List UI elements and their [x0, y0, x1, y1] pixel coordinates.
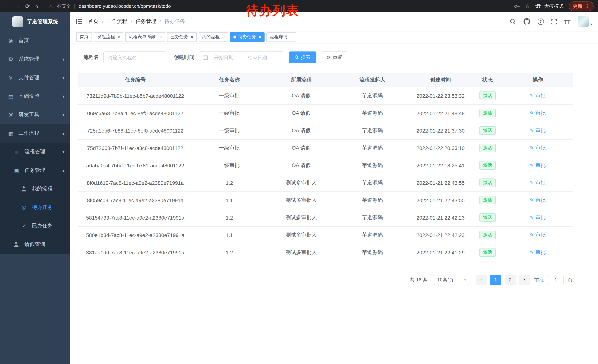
sidebar-item-task-management[interactable]: ▣ 任务管理 ▴ — [0, 161, 70, 180]
date-range-picker[interactable]: - — [199, 51, 284, 63]
edit-icon: ✎ — [530, 110, 534, 116]
user-avatar[interactable]: ▾ — [578, 16, 592, 27]
sidebar-item-system-management[interactable]: ⚙ 系统管理 ▾ — [0, 50, 70, 68]
cell-task-id: 580e1b3d-7ac8-11ec-a9e2-a2380e71991a — [78, 226, 193, 244]
cell-task-id: 73211d9d-7b9b-11ec-b5b7-acde48001122 — [78, 87, 193, 105]
table-row: 58154733-7ac8-11ec-a9e2-a2380e71991a 1.2… — [78, 209, 573, 226]
breadcrumb-task-management[interactable]: 任务管理 — [136, 18, 156, 25]
url-text[interactable]: dashboard.yudao.iocoder.cn/bpm/task/todo — [79, 3, 171, 9]
cell-process: OA 请假 — [266, 157, 336, 174]
close-icon[interactable]: × — [191, 35, 193, 39]
cell-initiator: 芋道源码 — [336, 139, 408, 157]
back-icon[interactable]: ← — [4, 3, 10, 9]
tab-process-detail[interactable]: 流程详情 × — [266, 32, 296, 42]
page-size-select[interactable]: 10条/页 ▾ — [434, 275, 469, 285]
close-icon[interactable]: × — [117, 35, 120, 39]
cell-status: 激活 — [473, 122, 502, 139]
reload-icon[interactable]: ⟳ — [25, 3, 30, 9]
breadcrumb-workflow[interactable]: 工作流程 — [107, 18, 127, 25]
approve-button[interactable]: ✎审批 — [530, 197, 546, 203]
goto-label: 前往 — [534, 276, 544, 283]
sidebar-item-done-task[interactable]: ✓ 已办任务 — [0, 217, 70, 235]
sidebar-item-my-process[interactable]: 我的流程 — [0, 180, 70, 198]
approve-button[interactable]: ✎审批 — [530, 179, 546, 186]
sidebar-item-process-management[interactable]: ≡ 流程管理 ▾ — [0, 143, 70, 161]
sidebar-item-todo-task[interactable]: ◎ 待办任务 — [0, 198, 70, 217]
help-icon[interactable]: ? — [537, 18, 544, 25]
close-icon[interactable]: × — [290, 35, 293, 39]
search-icon[interactable] — [510, 18, 516, 25]
tab-start-process[interactable]: 发起流程 × — [94, 32, 123, 42]
status-badge: 激活 — [479, 109, 496, 117]
home-icon[interactable]: ⌂ — [35, 3, 38, 9]
next-page-button[interactable]: › — [519, 275, 530, 285]
close-icon[interactable]: × — [159, 35, 162, 39]
tab-my-process[interactable]: 我的流程 × — [199, 32, 228, 42]
tab-todo-task[interactable]: 待办任务 × — [230, 32, 265, 42]
breadcrumb-current: 待办任务 — [164, 18, 185, 25]
end-date-input[interactable] — [243, 55, 271, 60]
fullscreen-icon[interactable] — [551, 19, 557, 24]
forward-icon[interactable]: → — [15, 3, 20, 9]
tab-home[interactable]: 首页 — [76, 32, 92, 42]
annotation-todo-list: 待办列表 — [246, 2, 299, 19]
approve-button[interactable]: ✎审批 — [530, 110, 546, 116]
prev-page-button[interactable]: ‹ — [476, 275, 487, 285]
approve-button[interactable]: ✎审批 — [530, 249, 546, 256]
table-row: 8f0d1619-7ac8-11ec-a9e2-a2380e71991a 1.2… — [78, 174, 573, 191]
date-range-separator: - — [240, 54, 241, 60]
total-count: 共 16 条 — [410, 276, 428, 283]
star-icon[interactable]: ☆ — [525, 3, 530, 9]
check-icon: ✓ — [21, 223, 27, 229]
sidebar-item-home[interactable]: ◉ 首页 — [0, 32, 70, 50]
page-1-button[interactable]: 1 — [490, 275, 501, 285]
sidebar-item-dev-tools[interactable]: ⚒ 研发工具 ▾ — [0, 105, 70, 124]
start-date-input[interactable] — [210, 55, 238, 60]
hamburger-icon[interactable] — [76, 19, 82, 24]
table-row: 73211d9d-7b9b-11ec-b5b7-acde48001122 一级审… — [78, 87, 573, 105]
chevron-down-icon: ▾ — [62, 149, 65, 154]
tab-form-edit[interactable]: 流程表单-编辑 × — [125, 32, 165, 42]
status-badge: 激活 — [479, 213, 496, 222]
cell-initiator: 芋道源码 — [336, 105, 408, 122]
cell-initiator: 芋道源码 — [336, 209, 408, 226]
approve-button[interactable]: ✎审批 — [530, 145, 546, 151]
close-icon[interactable]: × — [222, 35, 225, 39]
security-label[interactable]: 不安全 — [57, 3, 71, 9]
cell-status: 激活 — [473, 244, 502, 261]
breadcrumb-home[interactable]: 首页 — [88, 18, 99, 25]
status-badge: 激活 — [479, 91, 496, 100]
status-badge: 激活 — [479, 196, 496, 204]
sidebar-item-infrastructure[interactable]: ▤ 基础设施 ▾ — [0, 87, 70, 105]
approve-button[interactable]: ✎审批 — [530, 92, 546, 99]
cell-status: 激活 — [473, 226, 502, 244]
page-content: 流程名 创建时间 - 搜索 ⟳ 重置 — [70, 43, 598, 364]
approve-button[interactable]: ✎审批 — [530, 214, 546, 221]
search-button[interactable]: 搜索 — [289, 51, 316, 63]
cell-action: ✎审批 — [502, 87, 573, 105]
sidebar-item-leave-query[interactable]: 请假查询 — [0, 235, 70, 254]
approve-button[interactable]: ✎审批 — [530, 162, 546, 169]
cell-task-name: 1.1 — [193, 191, 266, 209]
sidebar-item-payment-management[interactable]: ¥ 支付管理 ▾ — [0, 68, 70, 87]
edit-icon: ✎ — [530, 215, 534, 220]
close-icon[interactable]: × — [259, 35, 261, 39]
approve-button[interactable]: ✎审批 — [530, 127, 546, 134]
edit-icon: ✎ — [530, 93, 534, 98]
goto-page-input[interactable] — [548, 275, 564, 285]
reset-button[interactable]: ⟳ 重置 — [321, 51, 348, 63]
approve-button[interactable]: ✎审批 — [530, 232, 546, 238]
sidebar-item-workflow[interactable]: ▦ 工作流程 ▴ — [0, 124, 70, 143]
navbar-actions: ? TT ▾ — [510, 16, 592, 27]
github-icon[interactable] — [523, 18, 530, 25]
col-task-id: 任务编号 — [78, 73, 193, 87]
key-icon[interactable] — [514, 3, 520, 9]
menu-dots-icon[interactable]: ⋮ — [585, 3, 590, 9]
text-size-icon[interactable]: TT — [564, 18, 570, 25]
edit-icon: ✎ — [530, 250, 534, 255]
tab-done-task[interactable]: 已办任务 × — [167, 32, 197, 42]
page-2-button[interactable]: 2 — [505, 275, 516, 285]
update-button[interactable]: 更新 ⋮ — [569, 1, 594, 11]
process-name-input[interactable] — [103, 51, 166, 63]
cell-create-time: 2022-01-22 21:37:30 — [408, 122, 473, 139]
